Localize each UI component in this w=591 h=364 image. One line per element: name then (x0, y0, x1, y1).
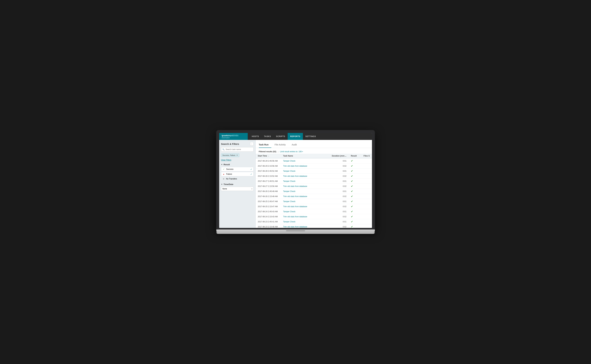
table-row: 2017-06-29 2:45:56 AMTamper Check0:01✔ (256, 158, 372, 163)
result-check-icon: ✔ (351, 210, 353, 213)
result-check-icon: ✔ (351, 215, 353, 218)
result-check-icon: ✔ (351, 185, 353, 188)
search-input[interactable] (221, 147, 254, 152)
col-header-task-name[interactable]: Task Name (281, 154, 330, 158)
task-name-link[interactable]: Trim old stats from database (283, 185, 307, 187)
cell-task-name: Trim old stats from database (281, 184, 330, 189)
table-row: 2017-06-26 2:15:49 AMTrim old stats from… (256, 194, 372, 199)
cell-task-name: Tamper Check (281, 199, 330, 204)
clear-filters-link[interactable]: Clear Filters (221, 159, 254, 161)
task-name-link[interactable]: Tamper Check (283, 160, 296, 162)
col-header-result[interactable]: Result (349, 154, 361, 158)
task-name-link[interactable]: Tamper Check (283, 180, 296, 182)
cell-result: ✔ (349, 163, 361, 169)
table-row: 2017-06-29 2:15:56 AMTrim old stats from… (256, 163, 372, 169)
success-check-icon: ✓ (250, 168, 252, 170)
timedate-section-label: Time/Date (223, 183, 233, 185)
task-name-link[interactable]: Tamper Check (283, 200, 296, 202)
result-check-icon: ✔ (351, 160, 353, 162)
cell-result: ✔ (349, 219, 361, 224)
cell-start-time: 2017-06-29 2:15:56 AM (256, 163, 281, 169)
table-row: 2017-06-23 2:15:40 AMTrim old stats from… (256, 224, 372, 228)
cell-duration: 0:01 (330, 189, 349, 194)
col-header-start-time[interactable]: Start Time ↓ (256, 154, 281, 158)
filter-option-no-transfers[interactable]: ⊗ No Transfers (221, 177, 254, 181)
task-name-link[interactable]: Trim old stats from database (283, 195, 307, 197)
col-header-files[interactable]: Files S (361, 154, 372, 158)
cell-duration: 0:02 (330, 214, 349, 219)
tab-audit[interactable]: Audit (292, 142, 300, 148)
task-name-link[interactable]: Tamper Check (283, 221, 296, 223)
cell-start-time: 2017-06-24 2:15:43 AM (256, 214, 281, 219)
cell-start-time: 2017-06-24 2:45:43 AM (256, 209, 281, 214)
cell-files (361, 174, 372, 179)
timedate-arrow-icon: ▼ (221, 183, 223, 185)
table-header-row: Start Time ↓ Task Name Duration (mm:... … (256, 154, 372, 158)
result-check-icon: ✔ (351, 180, 353, 182)
cell-task-name: Tamper Check (281, 158, 330, 163)
cell-task-name: Trim old stats from database (281, 214, 330, 219)
logo-ipswitch: ipswitch ▶MOVEit (222, 134, 239, 137)
failure-icon: ▲ (222, 173, 225, 175)
cell-duration: 0:01 (330, 179, 349, 184)
cell-start-time: 2017-06-25 2:15:47 AM (256, 204, 281, 209)
cell-task-name: Trim old stats from database (281, 224, 330, 228)
result-arrow-icon: ▼ (221, 164, 223, 165)
table-container: Filtered results (52) | Limit result ent… (256, 148, 372, 228)
cell-start-time: 2017-06-23 2:15:40 AM (256, 224, 281, 228)
cell-result: ✔ (349, 199, 361, 204)
cell-duration: 0:02 (330, 174, 349, 179)
result-check-icon: ✔ (351, 195, 353, 198)
cell-start-time: 2017-06-29 2:45:56 AM (256, 158, 281, 163)
nav-reports[interactable]: REPORTS (288, 133, 303, 140)
result-check-icon: ✔ (351, 175, 353, 177)
cell-task-name: Trim old stats from database (281, 174, 330, 179)
navbar: ipswitch ▶MOVEit Automation HOSTS TASKS … (219, 133, 372, 140)
filter-tag-remove[interactable]: ✕ (236, 154, 238, 156)
nav-scripts[interactable]: SCRIPTS (274, 133, 288, 140)
cell-duration: 0:01 (330, 169, 349, 174)
cell-task-name: Tamper Check (281, 219, 330, 224)
sidebar-collapse-button[interactable]: ‹ (250, 142, 254, 146)
task-name-link[interactable]: Trim old stats from database (283, 175, 307, 177)
cell-files (361, 209, 372, 214)
result-section-label: Result (223, 163, 230, 166)
laptop-shell: ipswitch ▶MOVEit Automation HOSTS TASKS … (216, 130, 375, 234)
nav-hosts[interactable]: HOSTS (249, 133, 262, 140)
failure-check-icon: ✓ (250, 173, 252, 175)
nav-settings[interactable]: SETTINGS (303, 133, 318, 140)
cell-duration: 0:02 (330, 184, 349, 189)
result-check-icon: ✔ (351, 165, 353, 167)
tab-file-activity[interactable]: File Activity (275, 142, 289, 148)
cell-result: ✔ (349, 194, 361, 199)
limit-entries-button[interactable]: Limit result entries to: 100 (280, 150, 303, 153)
col-header-duration[interactable]: Duration (mm:... (330, 154, 349, 158)
task-name-link[interactable]: Tamper Check (283, 210, 296, 213)
success-icon: ✓ (222, 168, 225, 170)
cell-files (361, 179, 372, 184)
content-header: Task Run File Activity Audit (256, 140, 372, 148)
task-name-link[interactable]: Tamper Check (283, 190, 296, 192)
tab-task-run[interactable]: Task Run (259, 142, 271, 148)
cell-task-name: Trim old stats from database (281, 163, 330, 169)
cell-result: ✔ (349, 209, 361, 214)
cell-task-name: Tamper Check (281, 169, 330, 174)
task-name-link[interactable]: Trim old stats from database (283, 215, 307, 218)
task-name-link[interactable]: Trim old stats from database (283, 205, 307, 208)
result-section-header[interactable]: ▼ Result (221, 163, 254, 166)
result-check-icon: ✔ (351, 200, 353, 203)
task-name-link[interactable]: Tamper Check (283, 170, 296, 172)
laptop-bottom (216, 232, 375, 234)
sort-arrow-icon: ↓ (268, 155, 269, 157)
result-check-icon: ✔ (351, 170, 353, 172)
filter-option-success[interactable]: ✓ Success ✓ (221, 167, 254, 171)
timedate-section-header[interactable]: ▼ Time/Date (221, 183, 254, 185)
task-name-link[interactable]: Trim old stats from database (283, 226, 307, 228)
timedate-select[interactable]: None Today Last 7 days Last 30 days Cust… (221, 187, 254, 191)
cell-start-time: 2017-06-26 2:45:49 AM (256, 189, 281, 194)
sidebar: Search & Filters ‹ 🔍 Success, Failure ✕ (219, 140, 256, 228)
task-name-link[interactable]: Trim old stats from database (283, 165, 307, 167)
nav-tasks[interactable]: TASKS (262, 133, 274, 140)
filter-option-failure[interactable]: ▲ Failure ✓ (221, 172, 254, 176)
failure-label: Failure (226, 173, 232, 175)
